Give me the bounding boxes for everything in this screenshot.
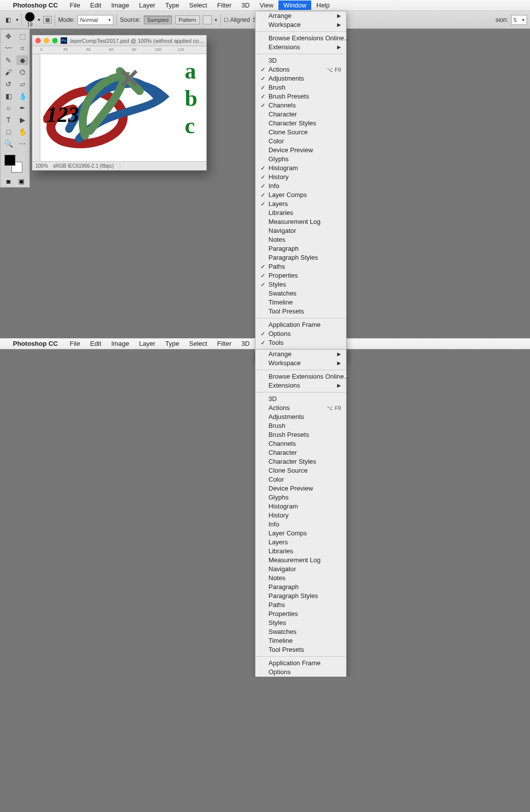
menu-layer[interactable]: Layer [134, 339, 161, 348]
eyedropper-tool[interactable]: ✎ [2, 55, 14, 65]
rectangle-tool[interactable]: □ [2, 127, 14, 137]
menu-item-adjustments[interactable]: Adjustments [256, 412, 346, 421]
menu-item-navigator[interactable]: Navigator [256, 565, 346, 574]
menu-item-paragraph-styles[interactable]: Paragraph Styles [256, 592, 346, 601]
menu-item-character-styles[interactable]: Character Styles [256, 457, 346, 466]
menu-edit[interactable]: Edit [85, 0, 106, 10]
edit-toolbar-icon[interactable]: ⋯ [16, 139, 28, 149]
menu-item-tool-presets[interactable]: Tool Presets [256, 307, 346, 316]
menu-file[interactable]: File [65, 0, 85, 10]
menu-item-layers[interactable]: Layers [256, 538, 346, 547]
menu-image[interactable]: Image [106, 339, 134, 348]
close-icon[interactable] [35, 38, 41, 43]
menu-item-libraries[interactable]: Libraries [256, 208, 346, 217]
menu-image[interactable]: Image [106, 0, 134, 10]
color-swatch[interactable] [2, 151, 28, 173]
menu-item-styles[interactable]: Styles [256, 618, 346, 627]
gradient-tool[interactable]: ◧ [2, 91, 14, 101]
menu-item-browse-extensions-online[interactable]: Browse Extensions Online... [256, 34, 346, 43]
menu-filter[interactable]: Filter [212, 0, 237, 10]
menu-item-extensions[interactable]: Extensions▶ [256, 43, 346, 52]
menu-item-actions[interactable]: Actions⌥ F9 [256, 404, 346, 412]
menu-item-tools[interactable]: ✓Tools [256, 338, 346, 347]
brush-panel-icon[interactable]: ▦ [43, 16, 52, 23]
menu-item-clone-source[interactable]: Clone Source [256, 466, 346, 475]
menu-item-application-frame[interactable]: Application Frame [256, 320, 346, 329]
menu-item-info[interactable]: ✓Info [256, 182, 346, 191]
menu-item-workspace[interactable]: Workspace▶ [256, 359, 346, 368]
type-tool[interactable]: T [2, 115, 14, 125]
stamp-tool[interactable]: ⌬ [16, 67, 28, 77]
menu-item-character[interactable]: Character [256, 448, 346, 457]
menu-filter[interactable]: Filter [212, 339, 237, 348]
menu-item-layers[interactable]: ✓Layers [256, 200, 346, 208]
document-titlebar[interactable]: Ps layerCompTest2017.psd @ 100% (without… [32, 35, 206, 46]
zoom-window-icon[interactable] [52, 38, 58, 43]
menu-item-libraries[interactable]: Libraries [256, 547, 346, 556]
menu-item-measurement-log[interactable]: Measurement Log [256, 217, 346, 226]
minimize-icon[interactable] [44, 38, 49, 43]
menu-item-adjustments[interactable]: ✓Adjustments [256, 74, 346, 83]
menu-item-brush-presets[interactable]: Brush Presets [256, 430, 346, 439]
menu-item-3d[interactable]: 3D [256, 395, 346, 404]
hand-tool[interactable]: ✋ [16, 127, 28, 137]
menu-item-application-frame[interactable]: Application Frame [256, 659, 346, 668]
history-brush-tool[interactable]: ↺ [2, 79, 14, 89]
menu-3d[interactable]: 3D [237, 0, 255, 10]
menu-item-paragraph-styles[interactable]: Paragraph Styles [256, 253, 346, 262]
menu-item-swatches[interactable]: Swatches [256, 289, 346, 298]
status-profile[interactable]: sRGB IEC61966-2.1 (8bpc) [53, 163, 114, 169]
diffusion-select[interactable]: 5▾ [511, 15, 527, 25]
menu-item-layer-comps[interactable]: Layer Comps [256, 529, 346, 538]
pattern-swatch[interactable] [203, 15, 212, 24]
menu-item-brush[interactable]: Brush [256, 421, 346, 430]
menu-item-tool-presets[interactable]: Tool Presets [256, 645, 346, 654]
status-arrow-icon[interactable]: 〉 [119, 163, 124, 170]
menu-item-color[interactable]: Color [256, 475, 346, 484]
menu-item-paragraph[interactable]: Paragraph [256, 244, 346, 253]
menu-type[interactable]: Type [160, 0, 184, 10]
menu-item-navigator[interactable]: Navigator [256, 226, 346, 235]
menu-item-info[interactable]: Info [256, 520, 346, 529]
source-pattern-button[interactable]: Pattern [175, 15, 199, 24]
menu-item-properties[interactable]: ✓Properties [256, 271, 346, 280]
mode-select[interactable]: Normal▾ [78, 15, 113, 25]
menu-item-3d[interactable]: 3D [256, 56, 346, 65]
menu-item-browse-extensions-online[interactable]: Browse Extensions Online... [256, 372, 346, 381]
ruler-vertical[interactable] [32, 54, 40, 161]
app-name[interactable]: Photoshop CC [13, 340, 58, 347]
menu-item-notes[interactable]: Notes [256, 235, 346, 244]
menu-item-swatches[interactable]: Swatches [256, 627, 346, 636]
menu-item-character[interactable]: Character [256, 110, 346, 119]
menu-item-device-preview[interactable]: Device Preview [256, 484, 346, 493]
move-tool[interactable]: ✥ [2, 31, 14, 41]
menu-item-arrange[interactable]: Arrange▶ [256, 350, 346, 359]
menu-item-histogram[interactable]: Histogram [256, 502, 346, 511]
menu-item-extensions[interactable]: Extensions▶ [256, 381, 346, 390]
menu-item-layer-comps[interactable]: ✓Layer Comps [256, 191, 346, 200]
menu-item-brush[interactable]: ✓Brush [256, 83, 346, 92]
quick-mask-icon[interactable]: ◙ [6, 178, 10, 185]
menu-item-workspace[interactable]: Workspace▶ [256, 20, 346, 29]
menu-layer[interactable]: Layer [134, 0, 161, 10]
menu-item-character-styles[interactable]: Character Styles [256, 119, 346, 128]
menu-item-paths[interactable]: Paths [256, 601, 346, 609]
menu-item-options[interactable]: ✓Options [256, 329, 346, 338]
menu-item-histogram[interactable]: ✓Histogram [256, 164, 346, 173]
menu-item-options[interactable]: Options [256, 668, 346, 677]
menu-item-actions[interactable]: ✓Actions⌥ F9 [256, 65, 346, 74]
menu-item-glyphs[interactable]: Glyphs [256, 155, 346, 164]
menu-item-timeline[interactable]: Timeline [256, 636, 346, 645]
dodge-tool[interactable]: ○ [2, 103, 14, 113]
menu-select[interactable]: Select [184, 0, 212, 10]
marquee-tool[interactable]: ⬚ [16, 31, 28, 41]
healing-tool[interactable]: ◆ [16, 55, 28, 65]
menu-item-clone-source[interactable]: Clone Source [256, 128, 346, 137]
status-zoom[interactable]: 100% [35, 163, 48, 169]
menu-item-history[interactable]: History [256, 511, 346, 520]
menu-item-properties[interactable]: Properties [256, 609, 346, 618]
aligned-checkbox[interactable]: Aligned [224, 16, 250, 23]
menu-item-brush-presets[interactable]: ✓Brush Presets [256, 92, 346, 101]
lasso-tool[interactable]: 〰 [2, 43, 14, 53]
menu-item-device-preview[interactable]: Device Preview [256, 146, 346, 155]
